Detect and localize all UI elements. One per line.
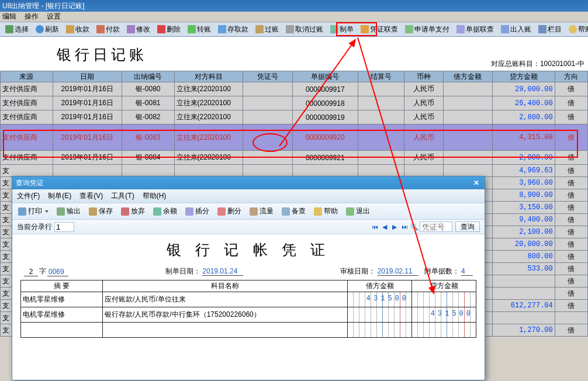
lanmu-button[interactable]: 栏目 bbox=[535, 23, 565, 36]
column-header[interactable]: 出纳编号 bbox=[122, 71, 174, 82]
dlg-icon bbox=[121, 207, 129, 216]
quxiaoguozhang-button[interactable]: 取消过账 bbox=[283, 23, 326, 36]
voucher-zi-prefix: 2 bbox=[24, 268, 38, 276]
table-row[interactable]: 支付供应商2019年01月16日银-0084立往来(22020100000000… bbox=[1, 151, 588, 165]
dlg-icon bbox=[153, 207, 161, 216]
dlg-流量-button[interactable]: 流量 bbox=[246, 205, 277, 217]
dlg-保存-button[interactable]: 保存 bbox=[85, 205, 116, 217]
column-header[interactable]: 贷方金额 bbox=[493, 71, 555, 82]
last-record-icon[interactable]: ⏭ bbox=[400, 222, 409, 231]
zhidan-button[interactable]: 制单 bbox=[327, 23, 357, 36]
prev-record-icon[interactable]: ◀ bbox=[380, 222, 389, 231]
dlg-icon bbox=[89, 207, 97, 216]
voucher-body: 银 行 记 帐 凭 证 2 字 0069 制单日期： 2019.01.24 审核… bbox=[12, 234, 485, 340]
column-header[interactable]: 日期 bbox=[53, 71, 122, 82]
voucher-zi-no: 0069 bbox=[47, 268, 68, 276]
search-button[interactable]: 查询 bbox=[455, 221, 480, 232]
menu-operate[interactable]: 操作 bbox=[25, 12, 39, 22]
voucher-dialog: 查询凭证 ✕ 文件(F)制单(E)查看(V)工具(T)帮助(H) 打印输出保存放… bbox=[12, 176, 485, 380]
record-label: 当前分录行 bbox=[17, 222, 52, 232]
column-header[interactable]: 币种 bbox=[404, 71, 443, 82]
pingzhenglianzhao-button[interactable]: 凭证联查 bbox=[358, 23, 401, 36]
menu-settings[interactable]: 设置 bbox=[47, 12, 61, 22]
dlg-icon bbox=[346, 207, 354, 216]
dlg-插分-button[interactable]: 插分 bbox=[182, 205, 213, 217]
dlg-余额-button[interactable]: 余额 bbox=[150, 205, 181, 217]
dialog-menubar: 文件(F)制单(E)查看(V)工具(T)帮助(H) bbox=[12, 189, 485, 203]
dlg-帮助-button[interactable]: 帮助 bbox=[310, 205, 341, 217]
danjulianzhao-button[interactable]: 单据联查 bbox=[454, 23, 497, 36]
bangzhu-button[interactable]: 帮助 bbox=[566, 23, 588, 36]
dlg-打印-button[interactable]: 打印 bbox=[15, 205, 52, 217]
dlg-放弃-button[interactable]: 放弃 bbox=[117, 205, 148, 217]
record-nav: 当前分录行 ⏮ ◀ ▶ ⏭ 🔍 查询 bbox=[12, 220, 485, 234]
dlg-icon bbox=[18, 207, 26, 216]
table-row[interactable]: 支付供应商2019年01月16日银-0082立往来(22020100000000… bbox=[1, 110, 588, 124]
dlg-icon bbox=[185, 207, 193, 216]
voucher-audit-date: 2019.02.11 bbox=[378, 267, 418, 276]
table-row[interactable]: 支付供应商2019年01月16日银-0083立往来(22020100000000… bbox=[1, 124, 588, 151]
shoukuan-button[interactable]: 收款 bbox=[63, 23, 92, 36]
close-icon[interactable]: ✕ bbox=[472, 178, 481, 188]
column-header[interactable]: 单据编号 bbox=[292, 71, 358, 82]
table-row[interactable]: 支4,969.63借 bbox=[1, 165, 588, 177]
shanchu-button[interactable]: 删除 bbox=[154, 23, 184, 36]
voucher-row[interactable] bbox=[21, 323, 476, 338]
refresh-icon bbox=[36, 25, 44, 33]
voucher-row[interactable]: 电机零星维修应付账款/人民币/单位往来431500 bbox=[21, 292, 476, 307]
guozhang-icon bbox=[255, 25, 264, 33]
dlg-备查-button[interactable]: 备查 bbox=[278, 205, 309, 217]
column-header[interactable]: 方向 bbox=[555, 71, 587, 82]
table-row[interactable]: 支付供应商2019年01月16日银-0081立往来(22020100000000… bbox=[1, 96, 588, 110]
zhidan-icon bbox=[330, 25, 338, 33]
xiugai-button[interactable]: 修改 bbox=[124, 23, 153, 36]
dlg-删分-button[interactable]: 删分 bbox=[214, 205, 245, 217]
table-row[interactable]: 支付供应商2019年01月16日银-0080立往来(22020100000000… bbox=[1, 82, 588, 96]
dlg-icon bbox=[250, 207, 258, 216]
toolbar: 选择刷新收款付款修改删除转账存取款过账取消过账制单凭证联查申请单支付单据联查出入… bbox=[0, 22, 588, 37]
lanmu-icon bbox=[538, 25, 547, 33]
churuzhang-icon bbox=[501, 25, 509, 33]
voucher-attach-count: 4 bbox=[461, 267, 473, 276]
dlg-icon bbox=[314, 207, 322, 216]
shanchu-icon bbox=[157, 25, 165, 33]
voucher-search-input[interactable] bbox=[420, 221, 452, 232]
column-header[interactable]: 结算号 bbox=[358, 71, 404, 82]
voucher-make-date: 2019.01.24 bbox=[202, 267, 243, 276]
dialog-menu-item[interactable]: 帮助(H) bbox=[143, 191, 167, 201]
menu-edit[interactable]: 编辑 bbox=[2, 12, 16, 22]
column-header[interactable]: 借方金额 bbox=[443, 71, 492, 82]
refresh-button[interactable]: 刷新 bbox=[33, 23, 62, 36]
dlg-icon bbox=[217, 207, 226, 216]
dlg-输出-button[interactable]: 输出 bbox=[53, 205, 84, 217]
dialog-menu-item[interactable]: 工具(T) bbox=[111, 191, 134, 201]
record-row-input[interactable] bbox=[54, 222, 74, 232]
shenqingdanzhifu-button[interactable]: 申请单支付 bbox=[402, 23, 452, 36]
select-button[interactable]: 选择 bbox=[2, 23, 32, 36]
zhuanzhang-icon bbox=[188, 25, 196, 33]
guozhang-button[interactable]: 过账 bbox=[253, 23, 282, 36]
dialog-menu-item[interactable]: 查看(V) bbox=[79, 191, 103, 201]
search-icon[interactable]: 🔍 bbox=[410, 222, 419, 231]
zhuanzhang-button[interactable]: 转账 bbox=[185, 23, 214, 36]
shoukuan-icon bbox=[66, 25, 74, 33]
column-header[interactable]: 对方科目 bbox=[174, 71, 243, 82]
dialog-title-text: 查询凭证 bbox=[16, 178, 44, 188]
cunqukuan-button[interactable]: 存取款 bbox=[215, 23, 251, 36]
dlg-icon bbox=[57, 207, 65, 216]
subject-info: 对应总账科目：100201001-中 bbox=[491, 59, 584, 69]
pingzhenglianzhao-icon bbox=[361, 25, 369, 33]
dialog-menu-item[interactable]: 文件(F) bbox=[17, 191, 40, 201]
fukuan-button[interactable]: 付款 bbox=[94, 23, 123, 36]
dlg-退出-button[interactable]: 退出 bbox=[343, 205, 373, 217]
first-record-icon[interactable]: ⏮ bbox=[370, 222, 379, 231]
column-header[interactable]: 凭证号 bbox=[243, 71, 292, 82]
dialog-menu-item[interactable]: 制单(E) bbox=[48, 191, 71, 201]
next-record-icon[interactable]: ▶ bbox=[390, 222, 399, 231]
dialog-toolbar: 打印输出保存放弃余额插分删分流量备查帮助退出 bbox=[12, 203, 485, 220]
churuzhang-button[interactable]: 出入账 bbox=[498, 23, 534, 36]
shenqingdanzhifu-icon bbox=[405, 25, 413, 33]
cunqukuan-icon bbox=[218, 25, 226, 33]
voucher-row[interactable]: 电机零星维修银行存款/人民币存款/中行集环（175200226060）43150… bbox=[21, 307, 476, 323]
column-header[interactable]: 来源 bbox=[1, 71, 53, 82]
